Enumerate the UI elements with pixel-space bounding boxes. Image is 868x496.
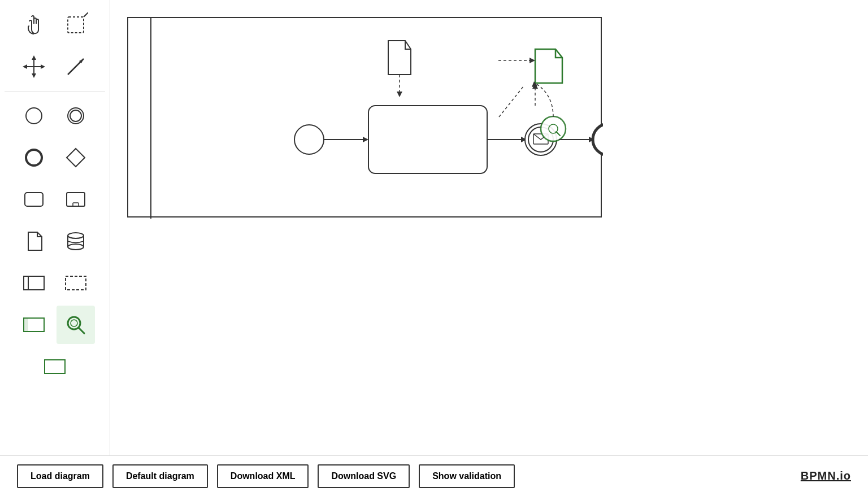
- svg-point-55: [593, 124, 603, 155]
- svg-point-14: [26, 150, 42, 166]
- svg-rect-0: [68, 17, 84, 33]
- intermediate-event-icon: [63, 103, 88, 128]
- pool-icon: [21, 271, 46, 295]
- end-event-shape[interactable]: [15, 138, 53, 177]
- shapes-row-1: [5, 97, 105, 135]
- intermediate-event-shape[interactable]: [57, 97, 95, 135]
- svg-marker-37: [530, 58, 535, 63]
- connect-icon: [63, 54, 88, 79]
- svg-marker-6: [32, 73, 36, 78]
- data-store-shape[interactable]: [57, 222, 95, 260]
- task-icon: [21, 187, 46, 212]
- svg-point-50: [541, 116, 566, 141]
- svg-rect-31: [45, 360, 65, 373]
- task-shape[interactable]: [15, 180, 53, 219]
- canvas-area[interactable]: [110, 0, 868, 455]
- svg-line-29: [79, 328, 84, 333]
- data-object-shape[interactable]: [15, 222, 53, 260]
- main-area: [0, 0, 868, 455]
- shapes-row-3: [5, 180, 105, 219]
- diagram-container[interactable]: [127, 17, 602, 217]
- start-event-icon: [21, 103, 46, 128]
- data-object-icon: [21, 229, 46, 254]
- svg-rect-16: [25, 193, 43, 206]
- shapes-row-5: [5, 264, 105, 302]
- svg-marker-7: [23, 64, 27, 69]
- sidebar-divider-1: [5, 92, 105, 92]
- shapes-row-4: [5, 222, 105, 260]
- end-event-icon: [21, 145, 46, 170]
- svg-point-11: [26, 108, 42, 124]
- tools-row-2: [5, 47, 105, 86]
- frame-icon: [21, 312, 46, 337]
- move-tool[interactable]: [15, 47, 53, 86]
- show-validation-button[interactable]: Show validation: [419, 464, 515, 488]
- hand-tool[interactable]: [15, 6, 53, 44]
- svg-marker-8: [41, 64, 45, 69]
- group-shape[interactable]: [36, 347, 74, 386]
- bpmn-logo: BPMN.io: [801, 469, 851, 482]
- svg-rect-27: [24, 318, 28, 332]
- gateway-icon: [63, 145, 88, 170]
- download-xml-button[interactable]: Download XML: [217, 464, 309, 488]
- default-diagram-button[interactable]: Default diagram: [112, 464, 208, 488]
- svg-point-41: [294, 125, 324, 154]
- lane-icon: [63, 271, 88, 295]
- connect-tool[interactable]: [57, 47, 95, 86]
- svg-rect-32: [128, 18, 603, 219]
- tools-row-1: [5, 6, 105, 44]
- svg-point-13: [70, 110, 81, 121]
- svg-rect-23: [24, 276, 44, 290]
- move-icon: [21, 54, 46, 79]
- footer: Load diagram Default diagram Download XM…: [0, 455, 868, 496]
- shapes-row-7: [5, 347, 105, 386]
- svg-point-30: [71, 320, 77, 327]
- data-store-icon: [63, 229, 88, 254]
- svg-rect-44: [368, 106, 487, 173]
- shapes-row-6: [5, 306, 105, 344]
- download-svg-button[interactable]: Download SVG: [318, 464, 410, 488]
- svg-marker-5: [32, 55, 36, 60]
- search-replace-icon: [63, 312, 88, 337]
- subprocess-shape[interactable]: [57, 180, 95, 219]
- svg-marker-43: [363, 137, 368, 142]
- svg-marker-15: [67, 149, 85, 167]
- svg-point-19: [68, 233, 84, 238]
- hand-icon: [21, 12, 46, 37]
- svg-rect-25: [66, 276, 86, 290]
- pool-shape[interactable]: [15, 264, 53, 302]
- svg-point-22: [68, 244, 84, 250]
- lasso-tool[interactable]: [57, 6, 95, 44]
- search-replace-tool[interactable]: [57, 306, 95, 344]
- frame-shape[interactable]: [15, 306, 53, 344]
- shapes-row-2: [5, 138, 105, 177]
- sidebar: [0, 0, 110, 455]
- subprocess-icon: [63, 187, 88, 212]
- lasso-icon: [63, 12, 88, 37]
- bpmn-diagram-svg: [128, 18, 603, 219]
- load-diagram-button[interactable]: Load diagram: [17, 464, 103, 488]
- gateway-shape[interactable]: [57, 138, 95, 177]
- svg-line-1: [84, 12, 88, 17]
- start-event-shape[interactable]: [15, 97, 53, 135]
- svg-line-40: [499, 86, 524, 117]
- svg-rect-17: [67, 193, 85, 206]
- group-icon: [42, 354, 67, 379]
- lane-shape[interactable]: [57, 264, 95, 302]
- svg-marker-35: [397, 92, 402, 97]
